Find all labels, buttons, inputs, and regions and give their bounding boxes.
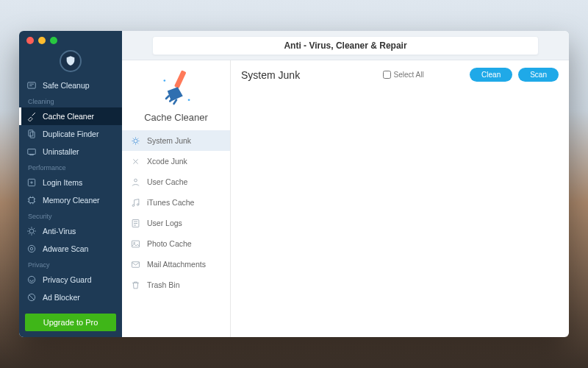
- brush-icon: [26, 111, 37, 121]
- category-item-user-logs[interactable]: User Logs: [122, 213, 230, 233]
- close-icon[interactable]: [26, 37, 34, 44]
- scan-icon: [26, 244, 37, 254]
- sidebar-item-label: Uninstaller: [43, 148, 79, 156]
- logs-icon: [129, 217, 141, 229]
- svg-rect-3: [28, 149, 36, 155]
- scan-button[interactable]: Scan: [518, 68, 559, 82]
- sidebar-item-safe-cleanup[interactable]: Safe Cleanup: [19, 77, 122, 94]
- category-list: System Junk Xcode Junk User Cache iTunes…: [122, 130, 230, 295]
- category-item-label: Xcode Junk: [147, 157, 187, 166]
- upgrade-button[interactable]: Upgrade to Pro: [25, 314, 116, 331]
- minimize-icon[interactable]: [38, 37, 46, 44]
- category-item-photo-cache[interactable]: Photo Cache: [122, 233, 230, 254]
- mail-icon: [129, 258, 141, 270]
- clean-button[interactable]: Clean: [470, 68, 512, 82]
- svg-rect-19: [132, 261, 139, 267]
- category-item-system-junk[interactable]: System Junk: [122, 130, 230, 151]
- virus-icon: [26, 226, 37, 236]
- select-all-label: Select All: [394, 71, 424, 79]
- select-all-checkbox[interactable]: Select All: [346, 71, 424, 79]
- login-icon: [26, 177, 37, 188]
- page-title: Anti - Virus, Cleaner & Repair: [152, 36, 539, 55]
- svg-rect-2: [30, 132, 35, 138]
- user-icon: [129, 176, 141, 188]
- svg-point-18: [133, 242, 135, 244]
- app-window: Safe Cleanup Cleaning Cache Cleaner Dupl…: [19, 31, 569, 337]
- sidebar-item-privacy-guard[interactable]: Privacy Guard: [19, 271, 122, 289]
- cache-cleaner-illustration: [156, 68, 197, 109]
- photo-icon: [129, 238, 141, 250]
- sidebar-group-label: Privacy: [19, 258, 122, 271]
- safe-cleanup-icon: [26, 80, 37, 91]
- svg-rect-11: [173, 70, 186, 88]
- uninstaller-icon: [26, 146, 37, 157]
- category-item-trash-bin[interactable]: Trash Bin: [122, 275, 230, 295]
- sidebar-item-label: Memory Cleaner: [43, 197, 100, 205]
- svg-point-8: [30, 247, 33, 250]
- sidebar-item-anti-virus[interactable]: Anti-Virus: [19, 222, 122, 240]
- sidebar-group-label: Cleaning: [19, 94, 122, 107]
- sidebar-item-label: Safe Cleanup: [43, 82, 90, 90]
- category-item-label: Photo Cache: [147, 239, 192, 248]
- sidebar-group-label: Security: [19, 209, 122, 222]
- svg-point-14: [132, 205, 135, 207]
- category-pane-title: Cache Cleaner: [144, 112, 208, 123]
- privacy-icon: [26, 275, 37, 285]
- content-area: Anti - Virus, Cleaner & Repair Cache Cle…: [122, 31, 569, 337]
- select-all-input[interactable]: [383, 71, 391, 79]
- svg-rect-17: [132, 241, 139, 247]
- music-icon: [129, 197, 141, 208]
- category-item-label: Trash Bin: [147, 280, 180, 289]
- sidebar-item-adware-scan[interactable]: Adware Scan: [19, 240, 122, 258]
- category-item-label: System Junk: [147, 136, 191, 145]
- category-item-itunes-cache[interactable]: iTunes Cache: [122, 192, 230, 213]
- svg-rect-0: [28, 82, 36, 88]
- sidebar-item-cache-cleaner[interactable]: Cache Cleaner: [19, 107, 122, 125]
- sidebar-item-duplicate-finder[interactable]: Duplicate Finder: [19, 125, 122, 143]
- category-item-label: User Cache: [147, 177, 187, 186]
- svg-rect-5: [29, 198, 35, 203]
- sidebar-item-label: Adware Scan: [43, 245, 88, 253]
- block-icon: [26, 292, 37, 302]
- svg-point-12: [134, 139, 137, 143]
- app-logo: [19, 50, 122, 72]
- svg-point-6: [29, 229, 34, 233]
- header-bar: Anti - Virus, Cleaner & Repair: [122, 31, 569, 60]
- sidebar-item-label: Login Items: [43, 179, 82, 187]
- panel-title: System Junk: [241, 69, 300, 81]
- sidebar-item-login-items[interactable]: Login Items: [19, 174, 122, 191]
- category-item-label: Mail Attachments: [147, 260, 206, 269]
- svg-point-9: [28, 276, 35, 283]
- sidebar-item-ad-blocker[interactable]: Ad Blocker: [19, 289, 122, 306]
- sidebar-item-label: Privacy Guard: [43, 276, 92, 284]
- chip-icon: [26, 195, 37, 205]
- system-junk-icon: [129, 135, 141, 146]
- window-controls: [26, 37, 57, 44]
- sidebar-item-memory-cleaner[interactable]: Memory Cleaner: [19, 191, 122, 209]
- svg-point-13: [134, 179, 137, 182]
- sidebar-item-label: Ad Blocker: [43, 294, 80, 302]
- sidebar-item-label: Duplicate Finder: [43, 130, 98, 138]
- xcode-icon: [129, 155, 141, 167]
- svg-point-7: [28, 245, 35, 252]
- trash-icon: [129, 279, 141, 291]
- sidebar-group-label: Performance: [19, 160, 122, 174]
- sidebar-item-label: Cache Cleaner: [43, 113, 94, 121]
- category-item-user-cache[interactable]: User Cache: [122, 171, 230, 192]
- main-panel: System Junk Select All Clean Scan: [231, 60, 569, 337]
- category-pane: Cache Cleaner System Junk Xcode Junk Use…: [122, 60, 231, 337]
- zoom-icon[interactable]: [50, 37, 57, 44]
- sidebar-item-label: Anti-Virus: [43, 227, 76, 236]
- sidebar: Safe Cleanup Cleaning Cache Cleaner Dupl…: [19, 31, 122, 337]
- category-item-mail-attachments[interactable]: Mail Attachments: [122, 254, 230, 275]
- svg-rect-1: [29, 130, 33, 136]
- category-item-label: iTunes Cache: [147, 198, 194, 207]
- sidebar-item-uninstaller[interactable]: Uninstaller: [19, 143, 122, 160]
- category-item-label: User Logs: [147, 219, 182, 227]
- duplicate-icon: [26, 129, 37, 139]
- svg-point-15: [137, 203, 139, 205]
- category-item-xcode-junk[interactable]: Xcode Junk: [122, 151, 230, 171]
